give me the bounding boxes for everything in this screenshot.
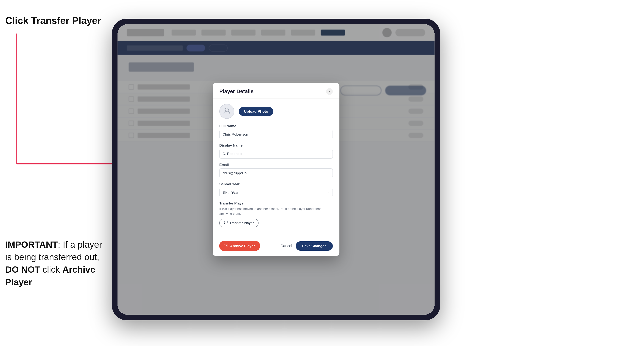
save-changes-button[interactable]: Save Changes: [296, 241, 333, 251]
transfer-section-description: If this player has moved to another scho…: [219, 206, 333, 216]
modal-overlay: Player Details ×: [118, 24, 434, 315]
upload-photo-button[interactable]: Upload Photo: [239, 107, 274, 116]
avatar-circle: [219, 104, 234, 119]
transfer-section: Transfer Player If this player has moved…: [219, 201, 333, 227]
email-group: Email: [219, 163, 333, 178]
do-not-label: DO NOT: [5, 265, 40, 275]
instruction-top-bold: Transfer Player: [31, 15, 101, 26]
transfer-icon: [224, 221, 228, 225]
modal-body: Upload Photo Full Name Display Name: [212, 99, 340, 237]
player-details-modal: Player Details ×: [212, 83, 340, 256]
arrow-graphic: [8, 33, 123, 182]
tablet-device: Player Details ×: [112, 19, 440, 320]
modal-footer: Archive Player Cancel Save Changes: [212, 237, 340, 256]
transfer-player-button[interactable]: Transfer Player: [219, 219, 258, 227]
display-name-input[interactable]: [219, 149, 333, 159]
modal-header: Player Details ×: [212, 83, 340, 99]
archive-icon: [224, 244, 228, 248]
avatar-icon: [223, 107, 230, 116]
archive-player-button[interactable]: Archive Player: [219, 241, 260, 251]
cancel-button[interactable]: Cancel: [280, 244, 292, 248]
school-year-select[interactable]: Sixth Year: [219, 188, 333, 197]
important-label: IMPORTANT: [5, 240, 58, 250]
full-name-input[interactable]: [219, 130, 333, 139]
school-year-label: School Year: [219, 182, 333, 186]
school-year-group: School Year Sixth Year: [219, 182, 333, 197]
tablet-screen: Player Details ×: [118, 24, 434, 315]
archive-player-label: Archive Player: [230, 244, 255, 248]
instruction-top: Click Transfer Player: [5, 15, 101, 26]
footer-right: Cancel Save Changes: [280, 241, 333, 251]
modal-close-button[interactable]: ×: [326, 88, 333, 95]
display-name-group: Display Name: [219, 143, 333, 159]
instruction-end: click: [40, 265, 62, 275]
display-name-label: Display Name: [219, 143, 333, 148]
full-name-label: Full Name: [219, 124, 333, 128]
instruction-top-prefix: Click: [5, 15, 31, 26]
full-name-group: Full Name: [219, 124, 333, 139]
transfer-player-label: Transfer Player: [230, 221, 254, 225]
email-label: Email: [219, 163, 333, 167]
avatar-section: Upload Photo: [219, 104, 333, 119]
transfer-section-title: Transfer Player: [219, 201, 333, 205]
instruction-bottom: IMPORTANT: If a player is being transfer…: [5, 238, 110, 288]
modal-title: Player Details: [219, 88, 254, 94]
email-input[interactable]: [219, 168, 333, 178]
